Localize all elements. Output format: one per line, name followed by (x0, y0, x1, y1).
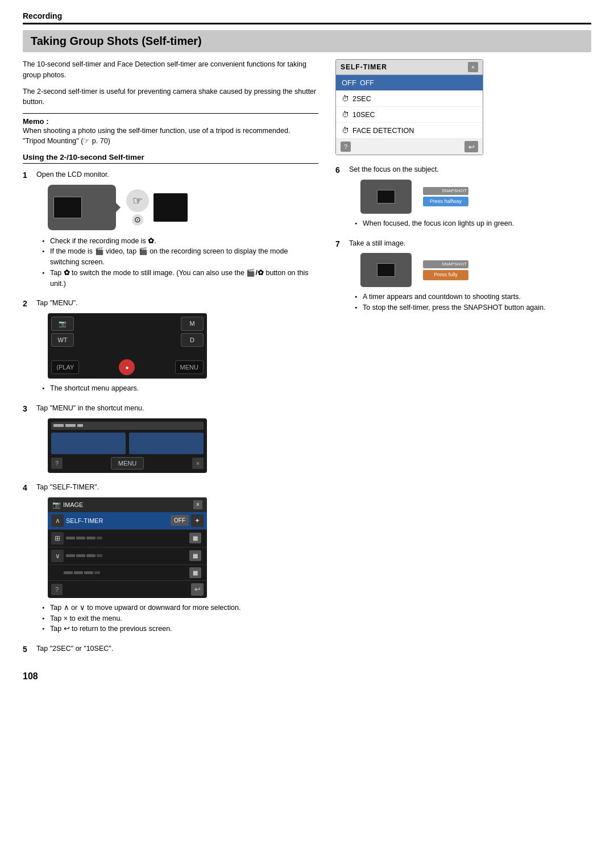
step-2-lcd-menu: 📷 M WT D ⟨PLAY ● MEN (48, 313, 207, 379)
10sec-icon: ⏱ (342, 110, 349, 119)
step-1-bullets: Check if the recording mode is ✿. If the… (36, 236, 318, 289)
image-menu-dots-3 (66, 554, 189, 557)
bullet-1-2: If the mode is 🎬 video, tap 🎬 on the rec… (42, 246, 318, 268)
self-timer-header: SELF-TIMER × (336, 60, 483, 75)
self-timer-bottom: ? ↩ (336, 139, 483, 155)
image-menu-star-btn[interactable]: ✦ (191, 514, 204, 527)
2sec-icon: ⏱ (342, 94, 349, 103)
self-timer-menu: SELF-TIMER × OFF OFF ⏱ 2SEC ⏱ 10SEC (335, 59, 483, 155)
step-3-menu-screen: ? MENU × (48, 418, 207, 474)
image-menu-dots-4 (64, 571, 189, 574)
image-menu-dots-2 (66, 537, 189, 539)
intro-text-2: The 2-second self-timer is useful for pr… (23, 86, 318, 108)
step-5: 5 Tap "2SEC" or "10SEC". (23, 643, 318, 655)
step-4-content: Tap "SELF-TIMER". 📷 IMAGE × ∧ (36, 482, 318, 639)
step-2-num: 2 (23, 298, 34, 310)
2sec-label: 2SEC (352, 95, 371, 103)
menu-help-btn[interactable]: ? (51, 458, 63, 469)
snapshot-text-2: SNAPSHOT (442, 261, 467, 268)
chapter-title-box: Taking Group Shots (Self-timer) (23, 30, 591, 52)
step-7-camera (360, 253, 412, 287)
row4-val: ▦ (189, 567, 201, 578)
step-1: 1 Open the LCD monitor. (23, 169, 318, 294)
step-3: 3 Tap "MENU" in the shortcut menu. (23, 403, 318, 477)
page-number: 108 (23, 671, 591, 682)
self-timer-10sec-option[interactable]: ⏱ 10SEC (336, 107, 483, 123)
step-6-num: 6 (335, 164, 347, 176)
image-menu-close-btn[interactable]: × (193, 500, 202, 509)
memo-link: "Tripod Mounting" (☞ p. 70) (23, 136, 318, 145)
step-7-bullets: A timer appears and countdown to shootin… (349, 292, 591, 313)
lcd-row-2: WT D (51, 333, 204, 347)
lcd-menu-btn[interactable]: MENU (175, 360, 204, 375)
menu-item-1[interactable] (51, 433, 126, 454)
snapshot-bar: SNAPSHOT (423, 187, 468, 195)
step-7-content: Take a still image. SNAPSHOT Press fully… (349, 238, 591, 318)
image-menu-row-3: ∨ ▦ (48, 547, 207, 565)
off-icon: OFF (342, 78, 356, 87)
menu-dot-3 (77, 424, 83, 427)
step-3-num: 3 (23, 403, 34, 415)
step-5-content: Tap "2SEC" or "10SEC". (36, 643, 318, 654)
self-timer-face-option[interactable]: ⏱ FACE DETECTION (336, 123, 483, 139)
lcd-d-btn[interactable]: D (181, 333, 204, 347)
step-7-num: 7 (335, 238, 347, 250)
step-1-num: 1 (23, 169, 34, 181)
memo-title: Memo : (23, 117, 318, 126)
snapshot-text: SNAPSHOT (442, 188, 467, 194)
row3-val: ▦ (189, 550, 201, 561)
self-timer-2sec-option[interactable]: ⏱ 2SEC (336, 91, 483, 107)
self-timer-back-btn[interactable]: ↩ (464, 141, 478, 152)
section-header: Recording (23, 11, 591, 24)
menu-close-btn[interactable]: × (192, 458, 204, 469)
menu-dot-1 (53, 424, 64, 427)
step-2: 2 Tap "MENU". 📷 M WT D (23, 298, 318, 398)
step-2-bullets: The shortcut menu appears. (36, 383, 318, 394)
step-6-camera (360, 180, 412, 214)
menu-dot-2 (65, 424, 76, 427)
content-columns: The 10-second self-timer and Face Detect… (23, 59, 591, 660)
step-7-text: Take a still image. (349, 239, 405, 247)
lcd-record-btn[interactable]: ● (119, 359, 135, 375)
bullet-1-3: Tap ✿ to switch the mode to still image.… (42, 268, 318, 289)
menu-menu-btn[interactable]: MENU (111, 457, 144, 470)
off-label: OFF (360, 79, 374, 87)
bullet-4-1: Tap ∧ or ∨ to move upward or downward fo… (42, 603, 318, 613)
step-2-text: Tap "MENU". (36, 299, 78, 307)
lcd-camera-btn[interactable]: 📷 (51, 317, 74, 331)
menu-item-2[interactable] (129, 433, 204, 454)
step-1-text: Open the LCD monitor. (36, 171, 109, 178)
chapter-title: Taking Group Shots (Self-timer) (31, 35, 583, 48)
lcd-wt-btn[interactable]: WT (51, 333, 74, 347)
subsection-heading: Using the 2-/10-second Self-timer (23, 153, 318, 164)
face-label: FACE DETECTION (352, 127, 414, 135)
step-7-illustration: SNAPSHOT Press fully (360, 253, 591, 287)
snapshot-bar-2: SNAPSHOT (423, 260, 468, 268)
menu-top-bar (51, 422, 204, 430)
step-5-text: Tap "2SEC" or "10SEC". (36, 645, 113, 653)
image-menu-up-btn[interactable]: ∧ (51, 514, 64, 527)
step-7: 7 Take a still image. SNAPSHOT Press ful… (335, 238, 591, 318)
step-4: 4 Tap "SELF-TIMER". 📷 IMAGE × (23, 482, 318, 639)
image-menu-help-btn[interactable]: ? (51, 584, 63, 595)
menu-items (51, 433, 204, 454)
lcd-play-btn[interactable]: ⟨PLAY (51, 360, 79, 375)
lcd-m-btn[interactable]: M (181, 317, 204, 331)
bullet-1-1: Check if the recording mode is ✿. (42, 236, 318, 247)
step-4-bullets: Tap ∧ or ∨ to move upward or downward fo… (36, 603, 318, 634)
self-timer-off-option[interactable]: OFF OFF (336, 75, 483, 91)
image-menu-self-timer-row[interactable]: ∧ SELF-TIMER OFF ✦ (48, 512, 207, 530)
image-menu-down-btn[interactable]: ∨ (51, 550, 64, 562)
self-timer-close-btn[interactable]: × (468, 62, 478, 72)
step-6-content: Set the focus on the subject. SNAPSHOT P… (349, 164, 591, 234)
step-6-text: Set the focus on the subject. (349, 165, 439, 173)
page-container: Recording Taking Group Shots (Self-timer… (0, 0, 614, 704)
bullet-4-2: Tap × to exit the menu. (42, 613, 318, 624)
step-1-content: Open the LCD monitor. ☞ (36, 169, 318, 294)
menu-bottom: ? MENU × (51, 457, 204, 470)
bullet-7-2: To stop the self-timer, press the SNAPSH… (355, 302, 591, 313)
image-menu-side-2[interactable]: ⊞ (51, 532, 64, 545)
self-timer-help-btn[interactable]: ? (341, 142, 351, 152)
step-3-text: Tap "MENU" in the shortcut menu. (36, 404, 144, 412)
image-menu-back-btn[interactable]: ↩ (191, 583, 204, 596)
